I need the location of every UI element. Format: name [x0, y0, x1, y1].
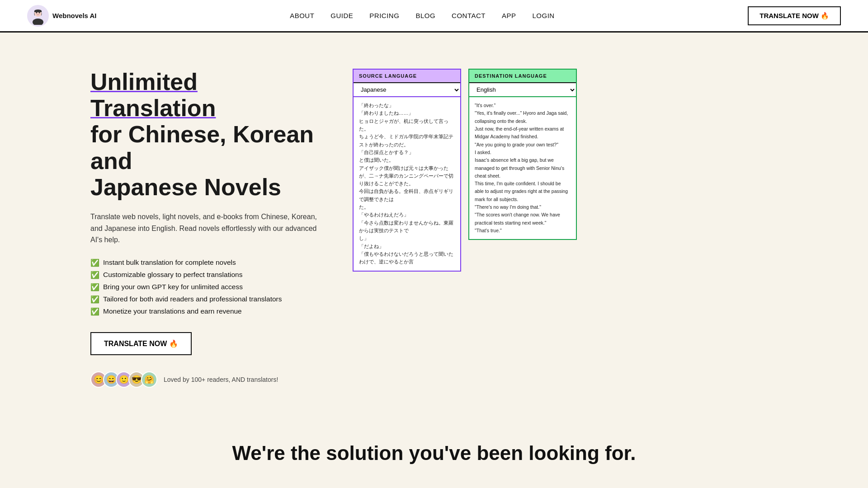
- feature-1: ✅ Instant bulk translation for complete …: [90, 258, 326, 267]
- nav-links: ABOUT GUIDE PRICING BLOG CONTACT APP LOG…: [290, 12, 555, 20]
- feature-5: ✅ Monetize your translations and earn re…: [90, 307, 326, 316]
- nav-guide[interactable]: GUIDE: [330, 12, 353, 19]
- hero-title-part3: Japanese Novels: [90, 174, 281, 200]
- nav-login[interactable]: LOGIN: [532, 12, 554, 19]
- check-icon-1: ✅: [90, 258, 99, 267]
- hero-title: Unlimited Translation for Chinese, Korea…: [90, 69, 326, 200]
- feature-3: ✅ Bring your own GPT key for unlimited a…: [90, 283, 326, 291]
- logo-avatar: [27, 5, 49, 27]
- solution-headline: We're the solution you've been looking f…: [27, 442, 841, 465]
- feature-2: ✅ Customizable glossary to perfect trans…: [90, 271, 326, 279]
- check-icon-2: ✅: [90, 271, 99, 279]
- logo-text: Webnovels AI: [52, 12, 97, 19]
- source-panel: SOURCE LANGUAGE Japanese 「終わったな」 「終わりました…: [353, 69, 461, 272]
- social-proof-text: Loved by 100+ readers, AND translators!: [164, 376, 278, 383]
- feature-4: ✅ Tailored for both avid readers and pro…: [90, 295, 326, 304]
- hero-title-part2: for Chinese, Korean and: [90, 121, 314, 174]
- dest-language-select[interactable]: English: [469, 83, 576, 97]
- hero-cta-button[interactable]: TRANSLATE NOW 🔥: [90, 332, 192, 355]
- avatar-group: 😊 😄 🙂 😎 🤗: [90, 371, 157, 388]
- nav-app[interactable]: APP: [502, 12, 516, 19]
- logo[interactable]: Webnovels AI: [27, 5, 97, 27]
- source-panel-header: SOURCE LANGUAGE: [354, 70, 460, 83]
- nav-blog[interactable]: BLOG: [415, 12, 435, 19]
- nav-about[interactable]: ABOUT: [290, 12, 314, 19]
- hero-section: Unlimited Translation for Chinese, Korea…: [0, 33, 868, 415]
- source-language-select[interactable]: Japanese: [354, 83, 460, 97]
- check-icon-4: ✅: [90, 295, 99, 304]
- social-proof: 😊 😄 🙂 😎 🤗 Loved by 100+ readers, AND tra…: [90, 371, 326, 388]
- nav-pricing[interactable]: PRICING: [369, 12, 399, 19]
- check-icon-5: ✅: [90, 307, 99, 316]
- translation-demo: SOURCE LANGUAGE Japanese 「終わったな」 「終わりました…: [353, 69, 588, 272]
- source-panel-content: 「終わったな」 「終わりましたね……」 ヒョロとジャガが、机に突っ伏して言った。…: [354, 97, 460, 271]
- features-list: ✅ Instant bulk translation for complete …: [90, 258, 326, 316]
- dest-panel-content: "It's over." "Yes, it's finally over..."…: [469, 97, 576, 239]
- navbar: Webnovels AI ABOUT GUIDE PRICING BLOG CO…: [0, 0, 868, 33]
- hero-subtitle: Translate web novels, light novels, and …: [90, 211, 326, 246]
- dest-panel: DESTINATION LANGUAGE English "It's over.…: [468, 69, 577, 240]
- nav-contact[interactable]: CONTACT: [452, 12, 486, 19]
- avatar-5: 🤗: [141, 371, 157, 388]
- solution-section: We're the solution you've been looking f…: [0, 415, 868, 483]
- check-icon-3: ✅: [90, 283, 99, 291]
- nav-cta-button[interactable]: TRANSLATE NOW 🔥: [748, 6, 841, 25]
- hero-title-part1: Unlimited Translation: [90, 69, 216, 121]
- hero-content: Unlimited Translation for Chinese, Korea…: [90, 69, 326, 388]
- dest-panel-header: DESTINATION LANGUAGE: [469, 70, 576, 83]
